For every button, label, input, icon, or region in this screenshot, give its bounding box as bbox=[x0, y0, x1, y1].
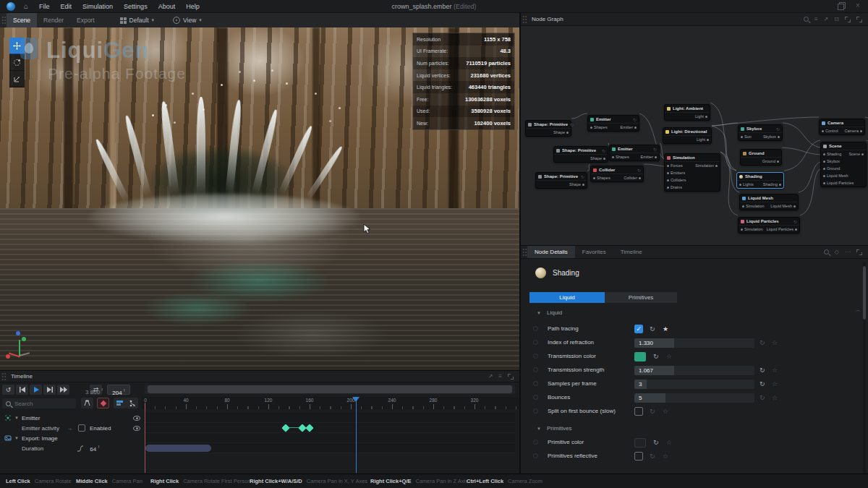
search-icon[interactable] bbox=[824, 249, 829, 254]
menu-help[interactable]: Help bbox=[186, 3, 200, 10]
track-emitter-activity[interactable]: Emitter activity → Enabled bbox=[0, 423, 142, 433]
menu-edit[interactable]: Edit bbox=[61, 3, 72, 10]
duration-value[interactable]: 64 f bbox=[90, 445, 99, 453]
node-ground[interactable]: Ground Ground bbox=[740, 149, 782, 166]
arrange-icon[interactable]: ↗ bbox=[824, 16, 829, 23]
panel-drag-handle[interactable] bbox=[522, 248, 527, 257]
node-collider[interactable]: Collider↻ ShapesCollider bbox=[590, 166, 644, 182]
track-export-image[interactable]: ▼ Export: Image bbox=[0, 433, 142, 443]
transmission-color-swatch[interactable] bbox=[634, 352, 646, 361]
visibility-eye-icon[interactable] bbox=[133, 426, 140, 431]
enabled-checkbox[interactable] bbox=[78, 424, 85, 432]
transmission-strength-slider[interactable]: 1.067 bbox=[634, 366, 754, 375]
search-input[interactable] bbox=[14, 401, 72, 407]
favorite-diamond-icon[interactable]: ◇ bbox=[835, 249, 839, 256]
restart-button[interactable]: ↺ bbox=[2, 385, 14, 395]
node-shape-primitive-2[interactable]: Shape: Primitive↻ Shape bbox=[553, 146, 608, 163]
keyframe-handles-icon[interactable] bbox=[81, 398, 93, 408]
star-icon[interactable]: ☆ bbox=[772, 338, 778, 348]
favorite-circle-icon[interactable] bbox=[533, 395, 538, 400]
favorite-circle-icon[interactable] bbox=[533, 408, 538, 414]
panel-drag-handle[interactable] bbox=[1, 16, 7, 25]
fullscreen-icon[interactable] bbox=[856, 17, 862, 22]
3d-viewport[interactable]: LiquiGen Pre-alpha Footage Resolution115… bbox=[0, 27, 519, 370]
star-icon[interactable]: ☆ bbox=[666, 352, 672, 361]
tab-favorites[interactable]: Favorites bbox=[575, 246, 613, 258]
reset-icon[interactable]: ↻ bbox=[650, 407, 655, 416]
node-skybox[interactable]: Skybox↻ SunSkybox bbox=[738, 124, 783, 141]
node-liquid-particles[interactable]: Liquid Particles↻ SimulationLiquid Parti… bbox=[738, 217, 800, 234]
panel-divider[interactable] bbox=[519, 13, 521, 474]
node-emitter-2[interactable]: Emitter↻ ShapesEmitter bbox=[609, 145, 660, 161]
star-icon[interactable]: ★ bbox=[663, 325, 668, 334]
reset-icon[interactable]: ↻ bbox=[650, 452, 655, 461]
triangle-down-icon[interactable]: ▼ bbox=[14, 416, 19, 420]
reset-icon[interactable]: ↻ bbox=[653, 438, 659, 448]
track-lane[interactable] bbox=[145, 433, 515, 443]
playhead-handle[interactable] bbox=[352, 397, 359, 402]
panel-divider[interactable] bbox=[521, 245, 868, 246]
home-icon[interactable]: ⌂ bbox=[24, 2, 28, 10]
tab-render[interactable]: Render bbox=[37, 13, 70, 27]
path-tracing-checkbox[interactable]: ✓ bbox=[634, 325, 643, 333]
timeline-range-bar[interactable] bbox=[145, 385, 515, 394]
track-emitter[interactable]: ▼ Emitter bbox=[0, 413, 142, 423]
total-frames-field[interactable]: 3 800 f bbox=[78, 385, 103, 395]
fullscreen-icon[interactable] bbox=[856, 249, 862, 255]
node-shape-primitive-1[interactable]: Shape: Primitive↻ Shape bbox=[525, 120, 571, 137]
node-scene[interactable]: Scene ShadingScene Skybox Ground Liquid … bbox=[820, 142, 867, 187]
node-camera[interactable]: Camera ControlCamera bbox=[819, 119, 865, 135]
node-simulation[interactable]: Simulation ForcesSimulation Emitters Col… bbox=[664, 153, 720, 192]
window-close-icon[interactable]: × bbox=[856, 2, 862, 9]
collapse-caret-icon[interactable]: ︿ bbox=[856, 307, 861, 314]
tab-timeline[interactable]: Timeline bbox=[613, 246, 650, 258]
track-lane[interactable] bbox=[145, 423, 515, 433]
range-handle[interactable] bbox=[148, 385, 512, 393]
section-header-primitives[interactable]: ▼ Primitives bbox=[537, 425, 572, 432]
reset-icon[interactable]: ↻ bbox=[653, 352, 659, 361]
playhead-line[interactable] bbox=[356, 397, 357, 473]
arrange-icon[interactable]: ↗ bbox=[488, 373, 493, 380]
autokey-record-icon[interactable] bbox=[97, 398, 109, 408]
favorite-circle-icon[interactable] bbox=[533, 453, 538, 458]
play-button[interactable] bbox=[30, 385, 42, 395]
primitive-color-swatch[interactable] bbox=[634, 438, 646, 448]
node-shading[interactable]: Shading LightsShading bbox=[736, 172, 784, 189]
timeline-ruler[interactable]: 0 40 80 120 160 200 240 280 320 bbox=[142, 397, 519, 409]
frame-selected-icon[interactable]: ⊡ bbox=[834, 16, 839, 23]
layers-icon[interactable] bbox=[114, 398, 126, 408]
tab-node-details[interactable]: Node Details bbox=[527, 246, 575, 258]
layout-preset-dropdown[interactable]: Default ▾ bbox=[120, 17, 154, 24]
reset-icon[interactable]: ↻ bbox=[760, 366, 765, 375]
window-restore-icon[interactable] bbox=[838, 2, 844, 9]
tab-scene[interactable]: Scene bbox=[7, 13, 37, 27]
node-graph-canvas[interactable]: Shape: Primitive↻ Shape Emitter↻ ShapesE… bbox=[521, 26, 868, 246]
timeline-search[interactable] bbox=[2, 398, 76, 408]
reset-icon[interactable]: ↻ bbox=[760, 338, 765, 348]
track-duration[interactable]: Duration 64 f bbox=[0, 443, 142, 453]
step-forward-button[interactable] bbox=[43, 385, 56, 395]
node-liquid-mesh[interactable]: Liquid Mesh SimulationLiquid Mesh bbox=[739, 194, 799, 210]
reset-icon[interactable]: ↻ bbox=[760, 393, 765, 403]
scrollbar[interactable] bbox=[863, 262, 866, 483]
current-frame-field[interactable]: 204 f bbox=[107, 385, 130, 395]
star-icon[interactable]: ☆ bbox=[772, 366, 778, 375]
step-back-button[interactable] bbox=[16, 385, 28, 395]
section-header-liquid[interactable]: ▼ Liquid bbox=[537, 309, 562, 316]
scale-tool-button[interactable] bbox=[9, 71, 25, 87]
frame-all-icon[interactable] bbox=[845, 17, 851, 22]
favorite-circle-icon[interactable] bbox=[533, 367, 538, 372]
menu-settings[interactable]: Settings bbox=[124, 3, 148, 10]
node-emitter-1[interactable]: Emitter↻ ShapesEmitter bbox=[587, 115, 639, 132]
duration-range-bar[interactable] bbox=[145, 445, 211, 452]
node-light-directional[interactable]: Light: Directional Light bbox=[663, 127, 712, 144]
favorite-circle-icon[interactable] bbox=[533, 440, 538, 445]
subtab-primitives[interactable]: Primitives bbox=[605, 292, 677, 303]
index-of-refraction-slider[interactable]: 1.330 bbox=[634, 338, 754, 348]
star-icon[interactable]: ☆ bbox=[666, 438, 672, 448]
samples-per-frame-slider[interactable]: 3 bbox=[634, 380, 754, 389]
more-options-icon[interactable]: ⋯ bbox=[845, 249, 851, 256]
star-icon[interactable]: ☆ bbox=[663, 452, 668, 461]
visibility-eye-icon[interactable] bbox=[133, 416, 140, 421]
list-icon[interactable]: ≡ bbox=[814, 16, 818, 23]
